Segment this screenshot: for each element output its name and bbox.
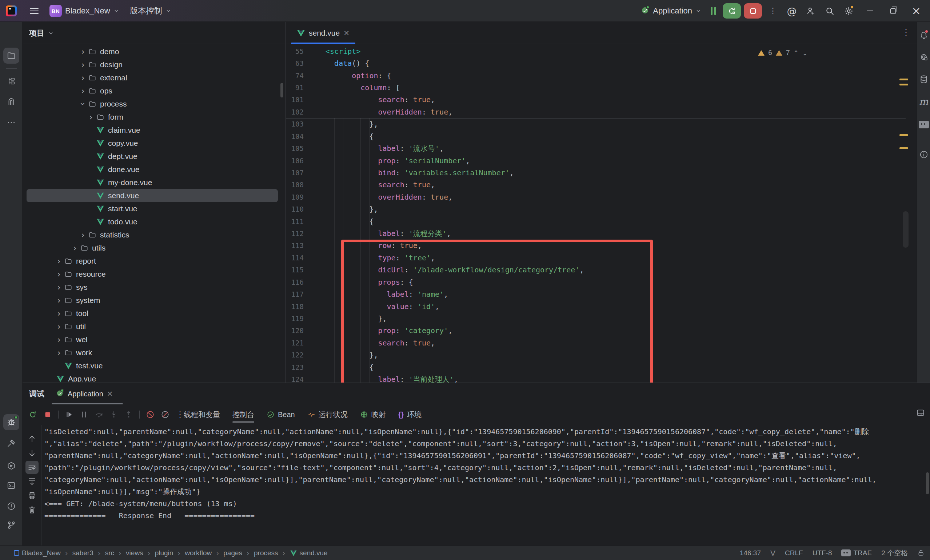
warning-stripe-mark[interactable] bbox=[899, 84, 908, 85]
breadcrumb-item-send-vue[interactable]: send.vue bbox=[290, 549, 328, 557]
vue-indicator[interactable]: V bbox=[770, 549, 775, 557]
tree-item-start-vue[interactable]: start.vue bbox=[26, 202, 278, 215]
tree-item-tool[interactable]: ›tool bbox=[26, 307, 278, 320]
run-config-selector[interactable]: Application bbox=[638, 5, 704, 17]
problems-icon[interactable] bbox=[3, 498, 19, 514]
restore-button[interactable] bbox=[883, 0, 903, 22]
breadcrumb-item-pages[interactable]: pages bbox=[223, 549, 242, 557]
breadcrumb-item-Bladex_New[interactable]: Bladex_New bbox=[14, 549, 61, 557]
tree-item-wel[interactable]: ›wel bbox=[26, 333, 278, 346]
vcs-widget[interactable]: 版本控制 bbox=[127, 3, 174, 18]
stop-button[interactable] bbox=[744, 3, 762, 18]
code-line-108[interactable]: 108 search: true, bbox=[286, 179, 916, 191]
tree-chevron-icon[interactable]: › bbox=[78, 47, 88, 56]
tree-item-done-vue[interactable]: done.vue bbox=[26, 163, 278, 176]
tree-item-test-vue[interactable]: test.vue bbox=[26, 359, 278, 372]
close-button[interactable]: × bbox=[906, 0, 926, 22]
tree-item-resource[interactable]: ›resource bbox=[26, 268, 278, 281]
build-icon[interactable] bbox=[3, 435, 19, 451]
tree-chevron-icon[interactable]: › bbox=[78, 86, 88, 95]
tree-item-process[interactable]: ›process bbox=[26, 97, 278, 111]
structure-icon[interactable] bbox=[3, 73, 19, 89]
breadcrumb-item-workflow[interactable]: workflow bbox=[185, 549, 212, 557]
step-into-button[interactable] bbox=[108, 409, 120, 420]
tree-item-copy-vue[interactable]: copy.vue bbox=[26, 137, 278, 150]
tree-chevron-icon[interactable]: › bbox=[54, 256, 64, 266]
tree-item-external[interactable]: ›external bbox=[26, 71, 278, 85]
pause-button[interactable] bbox=[78, 409, 90, 420]
tree-chevron-icon[interactable]: › bbox=[78, 230, 88, 240]
tree-item-my-done-vue[interactable]: my-done.vue bbox=[26, 176, 278, 189]
tab-bar-more-icon[interactable]: ⋮ bbox=[902, 27, 911, 37]
pause-program-button[interactable] bbox=[707, 7, 720, 15]
code-line-107[interactable]: 107 bind: 'variables.serialNumber', bbox=[286, 166, 916, 178]
tree-item-ops[interactable]: ›ops bbox=[26, 85, 278, 97]
code-line-55[interactable]: 55<script> bbox=[286, 45, 916, 57]
more-horizontal-icon[interactable] bbox=[3, 115, 19, 131]
notifications-icon[interactable] bbox=[918, 29, 929, 41]
ai-assistant-button[interactable]: @ bbox=[784, 3, 800, 19]
warning-stripe-mark[interactable] bbox=[899, 134, 908, 136]
tree-item-report[interactable]: ›report bbox=[26, 255, 278, 268]
readonly-lock[interactable] bbox=[917, 549, 925, 557]
info-icon[interactable] bbox=[918, 149, 929, 160]
chevron-down-icon[interactable] bbox=[48, 30, 54, 36]
code-line-112[interactable]: 112 label: '流程分类', bbox=[286, 227, 916, 239]
tree-chevron-icon[interactable]: › bbox=[54, 322, 64, 331]
debug-session-tab[interactable]: Application ✕ bbox=[52, 386, 117, 402]
debug-tab-线程和变量[interactable]: 线程和变量 bbox=[184, 405, 220, 424]
debug-icon[interactable] bbox=[3, 414, 19, 430]
bookmarks-icon[interactable] bbox=[3, 94, 19, 109]
search-button[interactable] bbox=[822, 3, 838, 19]
code-line-103[interactable]: 103 }, bbox=[286, 118, 916, 130]
tree-item-utils[interactable]: ›utils bbox=[26, 242, 278, 255]
console-output[interactable]: "isDeleted":null,"parentName":null,"cate… bbox=[45, 426, 925, 522]
debug-session-close-icon[interactable]: ✕ bbox=[107, 389, 113, 398]
editor-scrollbar[interactable] bbox=[903, 211, 908, 248]
next-problem-icon[interactable]: ⌃ bbox=[802, 49, 807, 57]
code-line-91[interactable]: 91 column: [ bbox=[286, 82, 916, 94]
indent-setting[interactable]: 2 个空格 bbox=[881, 548, 908, 558]
breadcrumb-item-src[interactable]: src bbox=[105, 549, 114, 557]
tree-item-App-vue[interactable]: App.vue bbox=[26, 372, 278, 382]
inspections-widget[interactable]: 6 7 ⌃ ⌃ bbox=[758, 47, 807, 58]
soft-wrap-button[interactable] bbox=[25, 461, 38, 474]
debug-tab-环境[interactable]: {}环境 bbox=[398, 405, 422, 424]
scroll-to-end-button[interactable] bbox=[25, 475, 38, 488]
code-line-111[interactable]: 111 { bbox=[286, 215, 916, 227]
breadcrumb-item-plugin[interactable]: plugin bbox=[155, 549, 174, 557]
code-line-105[interactable]: 105 label: '流水号', bbox=[286, 142, 916, 154]
tab-close-icon[interactable]: ✕ bbox=[343, 29, 350, 37]
breadcrumb-item-saber3[interactable]: saber3 bbox=[72, 549, 94, 557]
caret-position[interactable]: 146:37 bbox=[740, 549, 761, 557]
tree-item-send-vue[interactable]: send.vue bbox=[26, 189, 278, 202]
tree-item-statistics[interactable]: ›statistics bbox=[26, 228, 278, 242]
rerun-debug-button[interactable] bbox=[723, 3, 741, 18]
tree-item-demo[interactable]: ›demo bbox=[26, 45, 278, 58]
breadcrumb-item-views[interactable]: views bbox=[126, 549, 143, 557]
tree-chevron-icon[interactable]: › bbox=[54, 269, 64, 279]
stop-button[interactable] bbox=[42, 409, 54, 420]
rerun-button[interactable] bbox=[27, 409, 38, 420]
resume-button[interactable] bbox=[63, 409, 75, 420]
step-out-button[interactable] bbox=[123, 409, 135, 420]
clear-button[interactable] bbox=[25, 503, 38, 516]
code-line-104[interactable]: 104 { bbox=[286, 130, 916, 142]
mute-breakpoints-button[interactable] bbox=[145, 409, 156, 420]
tree-item-form[interactable]: ›form bbox=[26, 111, 278, 124]
ai-assistant-icon[interactable] bbox=[918, 51, 929, 63]
tree-chevron-icon[interactable]: › bbox=[78, 73, 88, 83]
tree-item-util[interactable]: ›util bbox=[26, 320, 278, 333]
code-line-106[interactable]: 106 prop: 'serialNumber', bbox=[286, 155, 916, 166]
project-folder-icon[interactable] bbox=[3, 48, 19, 64]
tree-chevron-icon[interactable]: › bbox=[70, 243, 80, 253]
tree-chevron-icon[interactable]: › bbox=[54, 348, 64, 357]
console-scrollbar[interactable] bbox=[926, 472, 929, 494]
breadcrumb-item-process[interactable]: process bbox=[254, 549, 278, 557]
add-user-button[interactable] bbox=[803, 3, 819, 19]
warning-stripe-mark[interactable] bbox=[899, 78, 908, 80]
arrow-up-button[interactable] bbox=[25, 432, 38, 445]
tree-item-system[interactable]: ›system bbox=[26, 294, 278, 307]
tree-chevron-icon[interactable]: › bbox=[78, 60, 88, 69]
tree-chevron-icon[interactable]: › bbox=[54, 309, 64, 318]
